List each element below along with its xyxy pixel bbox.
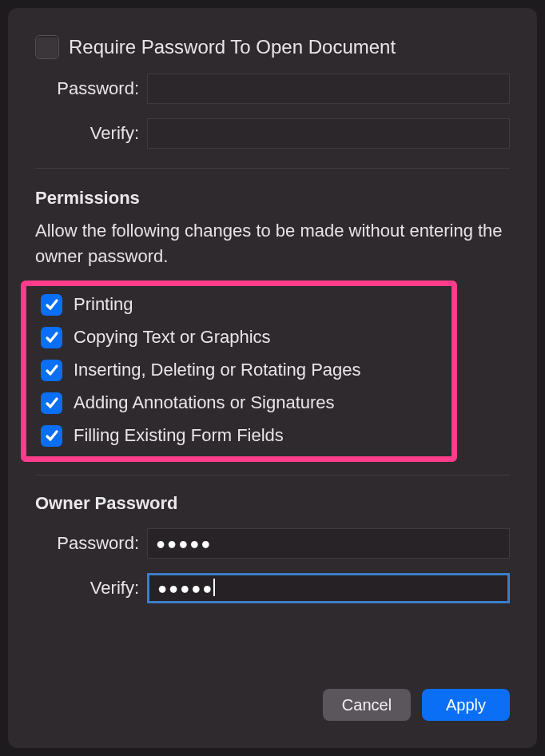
open-password-input[interactable] [147, 74, 510, 104]
owner-password-section: Owner Password Password: ●●●●● Verify: ●… [35, 475, 510, 603]
permissions-section: Permissions Allow the following changes … [35, 188, 510, 475]
perm-row-forms[interactable]: Filling Existing Form Fields [41, 425, 437, 447]
spacer [35, 603, 510, 673]
require-password-checkbox[interactable] [35, 35, 59, 59]
owner-password-input[interactable]: ●●●●● [147, 528, 510, 559]
permissions-title: Permissions [35, 188, 510, 209]
open-password-section: Require Password To Open Document Passwo… [35, 35, 510, 169]
perm-row-inserting[interactable]: Inserting, Deleting or Rotating Pages [41, 360, 437, 381]
perm-checkbox-inserting[interactable] [41, 360, 62, 381]
owner-password-value: ●●●●● [156, 535, 212, 553]
perm-label-printing: Printing [74, 294, 133, 315]
perm-label-inserting: Inserting, Deleting or Rotating Pages [74, 360, 361, 380]
perm-row-annotations[interactable]: Adding Annotations or Signatures [41, 392, 437, 414]
perm-checkbox-annotations[interactable] [41, 392, 62, 414]
open-verify-row: Verify: [35, 118, 510, 149]
open-verify-label: Verify: [35, 123, 147, 144]
open-verify-input[interactable] [147, 118, 510, 149]
owner-verify-input[interactable]: ●●●●● [147, 573, 510, 603]
owner-verify-label: Verify: [35, 578, 147, 599]
perm-checkbox-copying[interactable] [41, 327, 62, 348]
perm-checkbox-printing[interactable] [41, 294, 62, 316]
check-icon [45, 428, 59, 443]
apply-button[interactable]: Apply [422, 689, 510, 721]
perm-checkbox-forms[interactable] [41, 425, 62, 447]
owner-verify-value: ●●●●● [157, 579, 213, 598]
perm-label-annotations: Adding Annotations or Signatures [74, 392, 335, 413]
open-password-label: Password: [35, 78, 147, 99]
cancel-button[interactable]: Cancel [323, 689, 411, 721]
check-icon [45, 330, 59, 344]
check-icon [45, 363, 59, 377]
require-password-row[interactable]: Require Password To Open Document [35, 35, 510, 59]
owner-password-row: Password: ●●●●● [35, 528, 510, 559]
owner-verify-row: Verify: ●●●●● [35, 573, 510, 603]
perm-label-forms: Filling Existing Form Fields [74, 425, 284, 446]
perm-row-copying[interactable]: Copying Text or Graphics [41, 327, 437, 348]
owner-password-title: Owner Password [35, 493, 510, 514]
text-cursor [213, 579, 215, 596]
permissions-description: Allow the following changes to be made w… [35, 218, 510, 269]
perm-label-copying: Copying Text or Graphics [74, 327, 271, 348]
perm-row-printing[interactable]: Printing [41, 294, 437, 316]
pdf-permissions-dialog: Require Password To Open Document Passwo… [8, 8, 537, 748]
check-icon [45, 297, 59, 312]
open-password-row: Password: [35, 74, 510, 104]
button-row: Cancel Apply [35, 689, 510, 721]
permissions-highlight: Printing Copying Text or Graphics Insert… [21, 281, 457, 462]
require-password-label: Require Password To Open Document [69, 36, 396, 58]
owner-password-label: Password: [35, 533, 147, 554]
check-icon [45, 396, 59, 410]
